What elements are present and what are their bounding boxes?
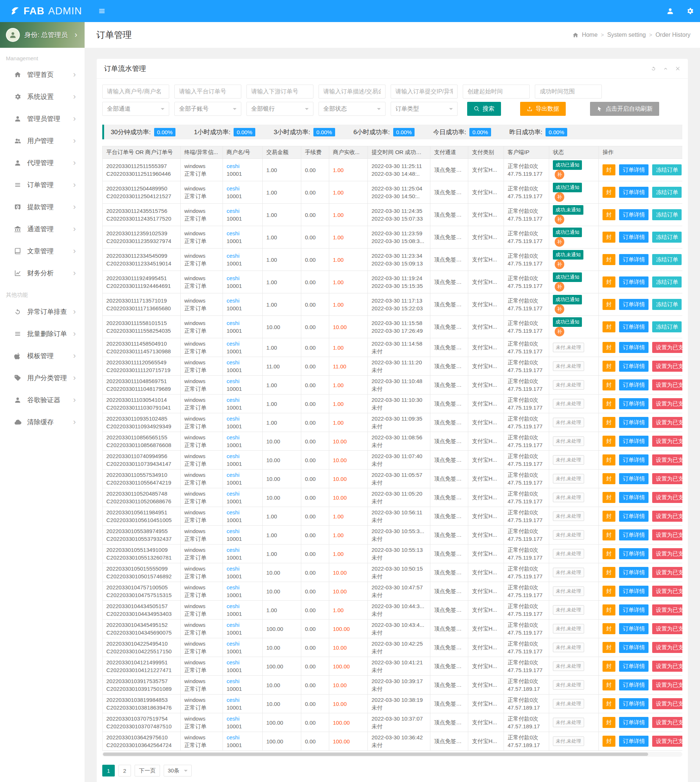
seal-button[interactable]: 封 bbox=[603, 623, 615, 634]
sidebar-item-safe[interactable]: 提款管理 › bbox=[0, 196, 85, 218]
seal-button[interactable]: 封 bbox=[603, 379, 615, 391]
merchant-name-link[interactable]: ceshi bbox=[227, 509, 258, 516]
order-detail-button[interactable]: 订单详情 bbox=[619, 586, 648, 597]
order-detail-button[interactable]: 订单详情 bbox=[619, 398, 648, 409]
order-detail-button[interactable]: 订单详情 bbox=[619, 342, 648, 353]
seal-button[interactable]: 封 bbox=[603, 254, 615, 265]
filter-input-5[interactable] bbox=[463, 85, 530, 98]
order-detail-button[interactable]: 订单详情 bbox=[619, 276, 648, 288]
seal-button[interactable]: 封 bbox=[603, 604, 615, 616]
set-paid-button[interactable]: 设置为已支付 bbox=[652, 698, 682, 709]
freeze-order-button[interactable]: 冻结订单 bbox=[652, 276, 682, 288]
collapse-icon[interactable] bbox=[663, 66, 668, 72]
filter-select-3[interactable]: 全部状态 bbox=[318, 102, 385, 116]
merchant-name-link[interactable]: ceshi bbox=[227, 340, 258, 348]
merchant-name-link[interactable]: ceshi bbox=[227, 433, 258, 441]
sidebar-item-list[interactable]: 订单管理 › bbox=[0, 174, 85, 196]
resend-badge[interactable]: 补 bbox=[555, 282, 564, 291]
merchant-name-link[interactable]: ceshi bbox=[227, 734, 258, 741]
order-detail-button[interactable]: 订单详情 bbox=[619, 548, 648, 559]
seal-button[interactable]: 封 bbox=[603, 321, 615, 332]
order-detail-button[interactable]: 订单详情 bbox=[619, 361, 648, 372]
page-button-2[interactable]: 2 bbox=[118, 765, 131, 777]
seal-button[interactable]: 封 bbox=[603, 717, 615, 728]
merchant-name-link[interactable]: ceshi bbox=[227, 162, 258, 170]
export-data-button[interactable]: 导出数据 bbox=[520, 102, 566, 116]
freeze-order-button[interactable]: 冻结订单 bbox=[652, 164, 682, 175]
seal-button[interactable]: 封 bbox=[603, 698, 615, 709]
sidebar-item-apple[interactable]: 模板管理 › bbox=[0, 345, 85, 367]
breadcrumb-system-setting[interactable]: System setting bbox=[607, 32, 646, 38]
seal-button[interactable]: 封 bbox=[603, 548, 615, 559]
order-detail-button[interactable]: 订单详情 bbox=[619, 679, 648, 690]
order-detail-button[interactable]: 订单详情 bbox=[619, 417, 648, 428]
order-detail-button[interactable]: 订单详情 bbox=[619, 436, 648, 447]
filter-input-6[interactable] bbox=[535, 85, 602, 98]
merchant-name-link[interactable]: ceshi bbox=[227, 377, 258, 385]
order-detail-button[interactable]: 订单详情 bbox=[619, 454, 648, 466]
seal-button[interactable]: 封 bbox=[603, 361, 615, 372]
sidebar-item-user[interactable]: 谷歌验证器 › bbox=[0, 389, 85, 411]
set-paid-button[interactable]: 设置为已支付 bbox=[652, 548, 682, 559]
horizontal-scrollbar[interactable] bbox=[102, 752, 682, 757]
seal-button[interactable]: 封 bbox=[603, 231, 615, 243]
set-paid-button[interactable]: 设置为已支付 bbox=[652, 361, 682, 372]
set-paid-button[interactable]: 设置为已支付 bbox=[652, 604, 682, 616]
merchant-name-link[interactable]: ceshi bbox=[227, 490, 258, 497]
seal-button[interactable]: 封 bbox=[603, 164, 615, 175]
order-detail-button[interactable]: 订单详情 bbox=[619, 299, 648, 310]
seal-button[interactable]: 封 bbox=[603, 529, 615, 541]
set-paid-button[interactable]: 设置为已支付 bbox=[652, 586, 682, 597]
set-paid-button[interactable]: 设置为已支付 bbox=[652, 642, 682, 653]
filter-input-0[interactable] bbox=[102, 85, 169, 98]
set-paid-button[interactable]: 设置为已支付 bbox=[652, 436, 682, 447]
sidebar-item-chart[interactable]: 财务分析 › bbox=[0, 262, 85, 284]
order-detail-button[interactable]: 订单详情 bbox=[619, 529, 648, 541]
seal-button[interactable]: 封 bbox=[603, 342, 615, 353]
seal-button[interactable]: 封 bbox=[603, 417, 615, 428]
set-paid-button[interactable]: 设置为已支付 bbox=[652, 736, 682, 747]
merchant-name-link[interactable]: ceshi bbox=[227, 677, 258, 685]
order-detail-button[interactable]: 订单详情 bbox=[619, 209, 648, 220]
filter-input-2[interactable] bbox=[247, 85, 313, 98]
set-paid-button[interactable]: 设置为已支付 bbox=[652, 679, 682, 690]
close-icon[interactable] bbox=[675, 66, 680, 72]
merchant-name-link[interactable]: ceshi bbox=[227, 207, 258, 215]
set-paid-button[interactable]: 设置为已支付 bbox=[652, 623, 682, 634]
filter-select-2[interactable]: 全部银行 bbox=[247, 102, 313, 116]
merchant-name-link[interactable]: ceshi bbox=[227, 297, 258, 304]
merchant-name-link[interactable]: ceshi bbox=[227, 546, 258, 554]
merchant-name-link[interactable]: ceshi bbox=[227, 230, 258, 237]
page-button-1[interactable]: 1 bbox=[102, 765, 115, 777]
sidebar-item-user[interactable]: 代理管理 › bbox=[0, 152, 85, 174]
order-detail-button[interactable]: 订单详情 bbox=[619, 567, 648, 578]
identity-banner[interactable]: 身份: 总管理员 › bbox=[0, 22, 85, 48]
sidebar-item-users[interactable]: 用户管理 › bbox=[0, 130, 85, 152]
settings-button[interactable] bbox=[680, 0, 700, 22]
order-detail-button[interactable]: 订单详情 bbox=[619, 321, 648, 332]
set-paid-button[interactable]: 设置为已支付 bbox=[652, 454, 682, 466]
scrollbar-thumb[interactable] bbox=[103, 752, 648, 756]
resend-badge[interactable]: 补 bbox=[555, 260, 564, 269]
seal-button[interactable]: 封 bbox=[603, 492, 615, 503]
set-paid-button[interactable]: 设置为已支付 bbox=[652, 529, 682, 541]
sidebar-item-tag[interactable]: 用户分类管理 › bbox=[0, 367, 85, 389]
seal-button[interactable]: 封 bbox=[603, 299, 615, 310]
seal-button[interactable]: 封 bbox=[603, 436, 615, 447]
merchant-name-link[interactable]: ceshi bbox=[227, 659, 258, 666]
merchant-name-link[interactable]: ceshi bbox=[227, 358, 258, 366]
seal-button[interactable]: 封 bbox=[603, 679, 615, 690]
filter-input-3[interactable] bbox=[318, 85, 385, 98]
merchant-name-link[interactable]: ceshi bbox=[227, 715, 258, 722]
resend-badge[interactable]: 补 bbox=[555, 327, 564, 336]
set-paid-button[interactable]: 设置为已支付 bbox=[652, 492, 682, 503]
merchant-name-link[interactable]: ceshi bbox=[227, 185, 258, 192]
order-detail-button[interactable]: 订单详情 bbox=[619, 642, 648, 653]
refresh-icon[interactable] bbox=[651, 66, 656, 72]
order-detail-button[interactable]: 订单详情 bbox=[619, 473, 648, 484]
resend-badge[interactable]: 补 bbox=[555, 215, 564, 224]
set-paid-button[interactable]: 设置为已支付 bbox=[652, 379, 682, 391]
order-detail-button[interactable]: 订单详情 bbox=[619, 736, 648, 747]
order-detail-button[interactable]: 订单详情 bbox=[619, 231, 648, 243]
merchant-name-link[interactable]: ceshi bbox=[227, 602, 258, 610]
